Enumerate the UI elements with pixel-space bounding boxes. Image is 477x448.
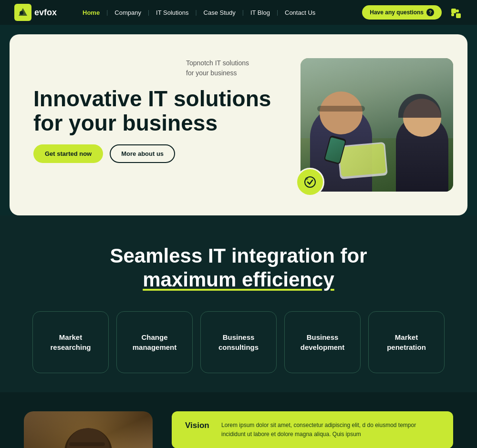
get-started-button[interactable]: Get started now	[33, 144, 103, 163]
nav-company[interactable]: Company	[108, 9, 148, 16]
integration-headline: Seamless IT integration for maximum effi…	[95, 244, 382, 292]
svg-point-1	[20, 11, 23, 15]
hero-headline: Innovative IT solutions for your busines…	[33, 87, 272, 135]
grid-menu-icon[interactable]	[447, 5, 463, 20]
nav-it-solutions[interactable]: IT Solutions	[149, 9, 195, 16]
vision-text: Lorem ipsum dolor sit amet, consectetur …	[221, 421, 440, 439]
svg-point-3	[305, 177, 308, 180]
hero-content: Innovative IT solutions for your busines…	[33, 87, 272, 163]
vision-mission-column: Vision Lorem ipsum dolor sit amet, conse…	[172, 411, 453, 448]
question-icon: ?	[426, 9, 434, 16]
nav-right: Have any questions ?	[362, 5, 463, 20]
help-button[interactable]: Have any questions ?	[362, 5, 442, 20]
vision-card: Vision Lorem ipsum dolor sit amet, conse…	[172, 411, 453, 448]
service-card-change-management[interactable]: Changemanagement	[116, 311, 193, 373]
services-grid: Marketresearching Changemanagement Busin…	[24, 311, 453, 373]
logo-icon	[14, 4, 31, 21]
more-about-button[interactable]: More about us	[110, 144, 175, 163]
hero-subtitle: Topnotch IT solutions for your business	[186, 58, 249, 78]
integration-section: Seamless IT integration for maximum effi…	[0, 215, 477, 392]
nav-it-blog[interactable]: IT Blog	[244, 9, 277, 16]
nav-contact[interactable]: Contact Us	[278, 9, 322, 16]
nav-links: Home | Company | IT Solutions | Case Stu…	[76, 9, 362, 16]
nav-case-study[interactable]: Case Study	[197, 9, 242, 16]
hero-section: Innovative IT solutions for your busines…	[10, 34, 467, 215]
service-card-market-penetration[interactable]: Marketpenetration	[368, 311, 445, 373]
bottom-person-image	[24, 411, 153, 448]
hero-image-area	[301, 58, 453, 192]
logo[interactable]: evfox	[14, 4, 57, 21]
service-card-business-consultings[interactable]: Businessconsultings	[200, 311, 277, 373]
hero-image	[301, 58, 453, 192]
hero-badge	[296, 168, 324, 196]
navbar: evfox Home | Company | IT Solutions | Ca…	[0, 0, 477, 25]
service-card-business-development[interactable]: Businessdevelopment	[284, 311, 361, 373]
hero-buttons: Get started now More about us	[33, 144, 272, 163]
bottom-image-column	[24, 411, 153, 448]
nav-home[interactable]: Home	[76, 9, 106, 16]
logo-text: evfox	[34, 8, 57, 18]
service-card-market-researching[interactable]: Marketresearching	[32, 311, 109, 373]
vision-title: Vision	[185, 421, 214, 430]
headline-efficiency: maximum efficiency	[143, 268, 334, 291]
hero-subtitle-block: Topnotch IT solutions for your business	[186, 58, 249, 78]
bottom-section: Vision Lorem ipsum dolor sit amet, conse…	[0, 392, 477, 448]
